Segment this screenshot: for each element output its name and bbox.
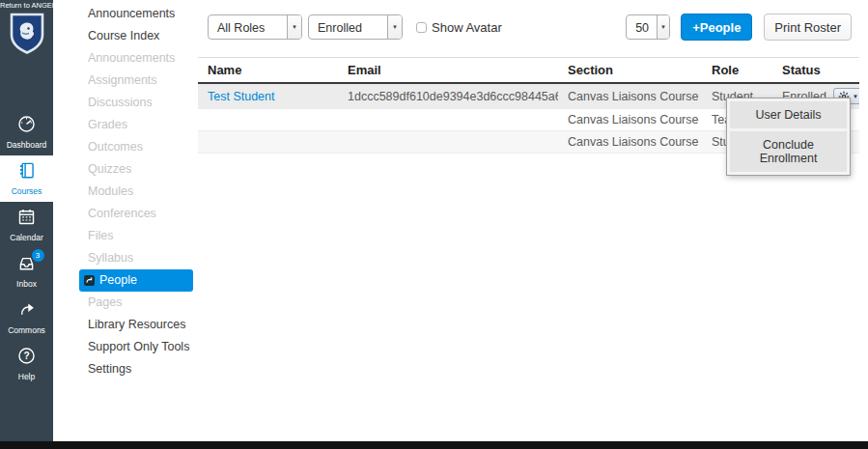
dropdown-caret-icon: ▼ — [657, 15, 669, 39]
course-nav-outcomes[interactable]: Outcomes — [82, 136, 193, 158]
course-nav-support-only-tools[interactable]: Support Only Tools — [82, 336, 193, 358]
inbox-unread-badge: 3 — [32, 249, 44, 262]
app-root: Return to ANGEL Dashboard — [0, 0, 868, 441]
page-size-value: 50 — [627, 15, 657, 39]
dashboard-icon — [15, 114, 39, 134]
course-nav-library-resources[interactable]: Library Resources — [82, 314, 193, 336]
dropdown-caret-icon: ▼ — [387, 15, 402, 39]
course-nav-settings[interactable]: Settings — [82, 358, 193, 380]
roster-header-row: Name Email Section Role Status — [198, 58, 859, 84]
section-cell: Canvas Liaisons Course Master — [558, 131, 702, 154]
name-cell — [198, 131, 338, 154]
sidebar-label-calendar: Calendar — [0, 233, 53, 242]
course-nav-course-index[interactable]: Course Index — [82, 25, 193, 47]
sidebar-label-inbox: Inbox — [0, 279, 53, 289]
sidebar-item-calendar[interactable]: Calendar — [0, 202, 53, 248]
sidebar-item-commons[interactable]: Commons — [0, 295, 53, 341]
dropdown-caret-icon: ▼ — [287, 15, 301, 39]
section-cell: Canvas Liaisons Course Master — [558, 83, 702, 109]
course-nav-assignments[interactable]: Assignments — [82, 70, 193, 92]
sidebar-item-help[interactable]: ? Help — [0, 341, 53, 387]
student-name-link[interactable]: Test Student — [208, 90, 275, 103]
caret-down-icon: ▼ — [853, 94, 858, 99]
inbox-icon: 3 — [15, 253, 39, 273]
enrollment-filter-select[interactable]: Enrolled ▼ — [308, 14, 403, 40]
commons-icon — [15, 299, 39, 320]
people-active-icon — [84, 275, 95, 286]
roles-filter-select[interactable]: All Roles ▼ — [208, 14, 302, 40]
course-nav-pages[interactable]: Pages — [82, 292, 193, 314]
section-cell: Canvas Liaisons Course Master — [558, 109, 702, 131]
page-size-select[interactable]: 50 ▼ — [626, 14, 670, 40]
calendar-icon — [15, 207, 39, 227]
name-cell — [198, 109, 338, 131]
add-people-button[interactable]: +People — [681, 14, 752, 41]
people-page-main: All Roles ▼ Enrolled ▼ Show Avatar 50 ▼ … — [198, 0, 868, 441]
course-nav-announcements-hidden[interactable]: Announcements — [82, 47, 193, 70]
show-avatar-checkbox[interactable] — [416, 22, 427, 33]
column-header-section[interactable]: Section — [558, 58, 702, 84]
roles-filter-value: All Roles — [209, 15, 287, 39]
bottom-bar — [0, 441, 868, 449]
column-header-role[interactable]: Role — [702, 58, 772, 84]
sidebar-label-commons: Commons — [0, 325, 53, 335]
course-nav-grades[interactable]: Grades — [82, 114, 193, 136]
sidebar-label-help: Help — [0, 372, 53, 381]
svg-text:?: ? — [23, 351, 29, 361]
email-cell: 1dccc589df610de9394e3d6ccc98445a670026a1 — [338, 83, 558, 109]
column-header-name[interactable]: Name — [198, 58, 338, 84]
course-nav-modules[interactable]: Modules — [82, 181, 193, 203]
column-header-status[interactable]: Status — [772, 58, 859, 84]
sidebar-item-courses[interactable]: Courses — [0, 155, 53, 202]
course-nav: Announcements Course Index Announcements… — [53, 0, 198, 441]
course-nav-people-label: People — [99, 274, 137, 287]
sidebar-label-dashboard: Dashboard — [0, 140, 53, 150]
help-icon: ? — [15, 346, 39, 366]
email-cell — [338, 131, 558, 154]
course-nav-conferences[interactable]: Conferences — [82, 203, 193, 225]
global-nav: Dashboard Courses — [0, 109, 53, 387]
show-avatar-group: Show Avatar — [416, 20, 502, 35]
show-avatar-label: Show Avatar — [432, 20, 502, 35]
global-sidebar: Return to ANGEL Dashboard — [0, 0, 53, 441]
course-nav-announcements[interactable]: Announcements — [82, 3, 193, 25]
course-nav-discussions[interactable]: Discussions — [82, 92, 193, 114]
course-nav-people[interactable]: People — [79, 269, 193, 292]
return-to-angel-link[interactable]: Return to ANGEL — [0, 0, 53, 10]
courses-icon — [15, 160, 39, 181]
column-header-email[interactable]: Email — [338, 58, 558, 84]
sidebar-item-inbox[interactable]: 3 Inbox — [0, 248, 53, 295]
menu-item-user-details[interactable]: User Details — [730, 101, 847, 128]
course-nav-syllabus[interactable]: Syllabus — [82, 247, 193, 269]
enrollment-filter-value: Enrolled — [309, 15, 387, 39]
print-roster-button[interactable]: Print Roster — [764, 14, 852, 41]
course-nav-quizzes[interactable]: Quizzes — [82, 158, 193, 181]
penn-state-shield-logo[interactable] — [0, 10, 53, 61]
sidebar-item-dashboard[interactable]: Dashboard — [0, 109, 53, 155]
roster-toolbar: All Roles ▼ Enrolled ▼ Show Avatar 50 ▼ … — [208, 14, 852, 41]
sidebar-label-courses: Courses — [0, 186, 53, 196]
course-nav-files[interactable]: Files — [82, 225, 193, 247]
enrollment-options-menu: User Details Conclude Enrollment — [726, 98, 851, 176]
menu-item-conclude-enrollment[interactable]: Conclude Enrollment — [730, 131, 847, 172]
email-cell — [338, 109, 558, 131]
